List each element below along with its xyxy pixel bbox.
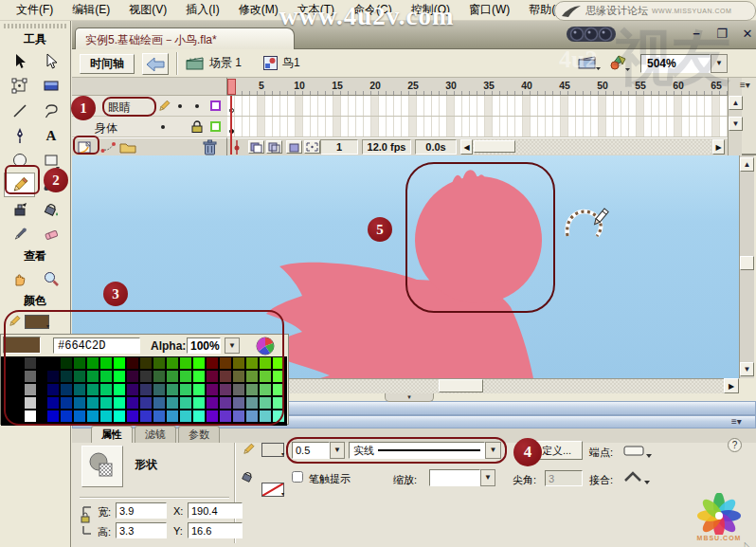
color-wheel-icon[interactable] bbox=[255, 336, 276, 356]
palette-swatch[interactable] bbox=[126, 396, 139, 410]
palette-swatch[interactable] bbox=[126, 370, 139, 383]
palette-swatch[interactable] bbox=[99, 410, 113, 423]
palette-swatch[interactable] bbox=[166, 383, 179, 396]
layer-visible-dot[interactable] bbox=[161, 125, 165, 129]
palette-swatch[interactable] bbox=[232, 383, 245, 396]
add-motion-guide-button[interactable] bbox=[100, 141, 117, 154]
insert-layer-folder-button[interactable] bbox=[119, 140, 136, 154]
alpha-input[interactable] bbox=[187, 337, 221, 354]
menu-item[interactable]: 视图(V) bbox=[120, 0, 175, 20]
menu-item[interactable]: 插入(I) bbox=[177, 0, 227, 20]
properties-panel-menu-icon[interactable]: ≡▾ bbox=[731, 416, 742, 427]
layer-outline-color[interactable] bbox=[210, 121, 221, 132]
pencil-tool-icon[interactable] bbox=[4, 173, 35, 197]
palette-swatch[interactable] bbox=[139, 396, 153, 410]
palette-swatch[interactable] bbox=[153, 370, 166, 383]
palette-swatch[interactable] bbox=[272, 356, 285, 370]
document-tab[interactable]: 实例5.基础绘画－小鸟.fla* bbox=[75, 27, 295, 49]
palette-swatch[interactable] bbox=[245, 396, 259, 410]
lasso-tool-icon[interactable] bbox=[35, 99, 66, 123]
palette-swatch[interactable] bbox=[153, 410, 166, 423]
frame-rate-readout[interactable]: 12.0 fps bbox=[362, 139, 411, 155]
timeline-scroll-left-button[interactable]: ◀ bbox=[460, 139, 473, 155]
timeline-hscrollbar[interactable] bbox=[473, 139, 711, 155]
palette-swatch[interactable] bbox=[219, 410, 232, 423]
timeline-scroll-up-button[interactable]: ▲ bbox=[729, 96, 743, 110]
ink-bottle-tool-icon[interactable] bbox=[4, 197, 35, 222]
layer-name[interactable]: 眼睛 bbox=[108, 100, 131, 116]
palette-swatch[interactable] bbox=[46, 396, 60, 410]
palette-swatch[interactable] bbox=[206, 396, 219, 410]
constrain-lock-icon[interactable] bbox=[80, 503, 93, 538]
stroke-color-swatch[interactable]: ▾ bbox=[25, 315, 49, 329]
palette-swatch[interactable] bbox=[219, 370, 232, 383]
palette-swatch[interactable] bbox=[139, 383, 153, 396]
height-input[interactable] bbox=[116, 522, 167, 538]
timeline-hscroll-thumb[interactable] bbox=[474, 140, 515, 153]
palette-swatch[interactable] bbox=[86, 370, 99, 383]
palette-swatch[interactable] bbox=[232, 396, 245, 410]
palette-swatch[interactable] bbox=[24, 356, 37, 370]
panel-grip[interactable] bbox=[4, 24, 66, 28]
layer-outline-color[interactable] bbox=[210, 100, 221, 111]
palette-swatch[interactable] bbox=[153, 396, 166, 410]
palette-swatch[interactable] bbox=[206, 383, 219, 396]
palette-swatch[interactable] bbox=[272, 410, 285, 423]
palette-swatch[interactable] bbox=[46, 383, 60, 396]
modify-onion-markers-button[interactable] bbox=[304, 140, 320, 154]
delete-layer-trash-icon[interactable] bbox=[203, 139, 217, 155]
insert-layer-button[interactable] bbox=[77, 140, 94, 155]
timeline-toggle-button[interactable]: 时间轴 bbox=[80, 54, 135, 74]
symbol-breadcrumb[interactable]: 鸟1 bbox=[263, 55, 300, 71]
palette-swatch[interactable] bbox=[139, 370, 153, 383]
width-input[interactable] bbox=[116, 502, 167, 519]
paint-bucket-tool-icon[interactable] bbox=[35, 197, 66, 222]
subselection-tool-icon[interactable] bbox=[35, 49, 66, 74]
pen-tool-icon[interactable] bbox=[4, 123, 35, 148]
layer-locked-icon[interactable] bbox=[191, 120, 203, 133]
free-transform-tool-icon[interactable] bbox=[4, 74, 35, 99]
layer-unlocked-dot[interactable] bbox=[195, 104, 199, 108]
palette-swatch[interactable] bbox=[206, 370, 219, 383]
stage-scroll-right-button[interactable]: ▶ bbox=[724, 378, 739, 393]
palette-swatch[interactable] bbox=[192, 370, 206, 383]
timeline-frames[interactable] bbox=[227, 96, 728, 137]
palette-swatch[interactable] bbox=[99, 396, 113, 410]
palette-swatch[interactable] bbox=[73, 356, 86, 370]
palette-swatch[interactable] bbox=[206, 410, 219, 423]
tab-properties[interactable]: 属性 bbox=[91, 426, 133, 443]
menu-item[interactable]: 文件(F) bbox=[8, 0, 62, 20]
palette-swatch[interactable] bbox=[86, 410, 99, 423]
palette-swatch[interactable] bbox=[60, 370, 73, 383]
palette-swatch[interactable] bbox=[139, 410, 153, 423]
palette-swatch[interactable] bbox=[179, 383, 192, 396]
palette-swatch[interactable] bbox=[245, 383, 259, 396]
palette-swatch[interactable] bbox=[179, 356, 192, 370]
palette-swatch[interactable] bbox=[192, 383, 206, 396]
resize-grip-icon[interactable]: ◺ bbox=[745, 540, 750, 547]
palette-swatch[interactable] bbox=[60, 396, 73, 410]
palette-swatch[interactable] bbox=[166, 410, 179, 423]
palette-swatch[interactable] bbox=[126, 410, 139, 423]
palette-swatch[interactable] bbox=[179, 410, 192, 423]
palette-swatch[interactable] bbox=[259, 356, 272, 370]
line-tool-icon[interactable] bbox=[4, 99, 35, 123]
stroke-style-dropdown[interactable]: ▼ bbox=[485, 442, 501, 459]
palette-swatch[interactable] bbox=[245, 370, 259, 383]
palette-swatch[interactable] bbox=[272, 396, 285, 410]
restore-icon[interactable]: ❐ bbox=[714, 27, 729, 41]
palette-swatch[interactable] bbox=[153, 383, 166, 396]
palette-swatch[interactable] bbox=[24, 396, 37, 410]
palette-swatch[interactable] bbox=[86, 356, 99, 370]
text-tool-icon[interactable]: A bbox=[35, 123, 66, 148]
edit-multiple-frames-button[interactable] bbox=[286, 140, 302, 154]
palette-swatch[interactable] bbox=[113, 383, 126, 396]
onion-skin-button[interactable] bbox=[248, 140, 264, 154]
palette-swatch[interactable] bbox=[73, 370, 86, 383]
palette-swatch[interactable] bbox=[179, 370, 192, 383]
menu-item[interactable]: 编辑(E) bbox=[63, 0, 118, 20]
hand-tool-icon[interactable] bbox=[4, 266, 35, 291]
minimize-icon[interactable]: − bbox=[689, 27, 704, 41]
tab-parameters[interactable]: 参数 bbox=[178, 426, 220, 443]
palette-swatch[interactable] bbox=[206, 356, 219, 370]
